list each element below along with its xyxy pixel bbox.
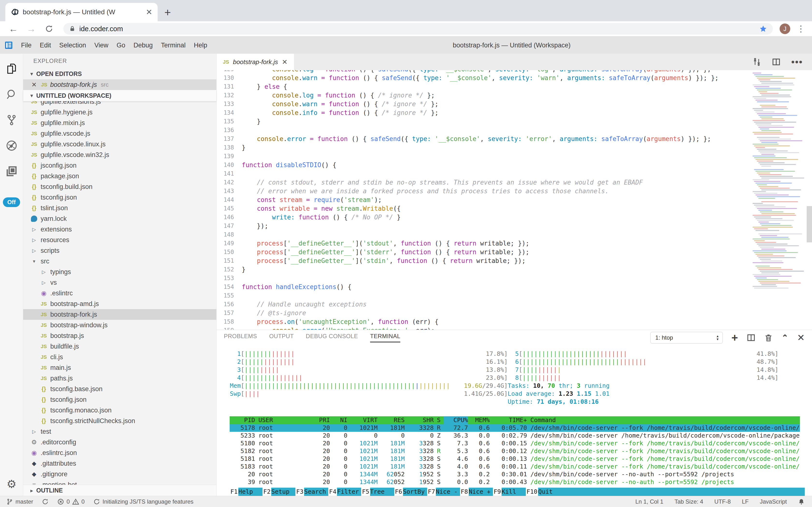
warning-icon <box>72 498 79 505</box>
tree-item-package.json[interactable]: {}package.json <box>23 171 216 181</box>
debug-disabled-icon[interactable] <box>6 140 17 152</box>
language-mode[interactable]: JavaScript <box>760 498 787 505</box>
code-line-130: 130 console.warn = function () { safeSen… <box>216 73 749 82</box>
tree-item-main.js[interactable]: JSmain.js <box>23 362 216 373</box>
extensions-icon[interactable] <box>6 165 17 177</box>
tab-terminal[interactable]: TERMINAL <box>370 333 400 342</box>
terminal-htop[interactable]: 1[|||||||||||||17.8%]2[|||||||||||||16.1… <box>216 345 812 496</box>
cursor-position[interactable]: Ln 1, Col 1 <box>635 498 663 505</box>
explorer-icon[interactable] <box>6 63 17 74</box>
avatar[interactable]: J <box>779 23 790 34</box>
menu-terminal[interactable]: Terminal <box>161 42 186 49</box>
tree-item-.mention-bot[interactable]: ≡.mention-bot <box>23 480 216 485</box>
back-icon[interactable]: ← <box>9 24 18 34</box>
tree-item-tsconfig.json[interactable]: {}tsconfig.json <box>23 192 216 203</box>
json-file-icon: {} <box>32 173 37 179</box>
menu-view[interactable]: View <box>94 42 108 49</box>
search-icon[interactable] <box>6 89 17 100</box>
new-terminal-icon[interactable]: + <box>732 333 738 342</box>
tree-item-gulpfile.vscode.linux.js[interactable]: JSgulpfile.vscode.linux.js <box>23 139 216 150</box>
code-editor[interactable]: 129 console.log = function () { safeSend… <box>216 70 812 330</box>
status-badge[interactable]: Off <box>3 198 20 207</box>
tree-item-tslint.json[interactable]: {}tslint.json <box>23 203 216 213</box>
editor-scrollbar[interactable] <box>807 206 812 242</box>
menu-go[interactable]: Go <box>117 42 125 49</box>
tree-item-.gitattributes[interactable]: ◆.gitattributes <box>23 458 216 469</box>
tree-item-tsconfig.strictNullChecks.json[interactable]: {}tsconfig.strictNullChecks.json <box>23 415 216 426</box>
js-file-icon: JS <box>41 343 47 349</box>
browser-tab[interactable]: bootstrap-fork.js — Untitled (W ✕ <box>5 3 158 21</box>
menu-file[interactable]: File <box>21 42 32 49</box>
tree-item-.gitignore[interactable]: ◆.gitignore <box>23 469 216 480</box>
split-editor-icon[interactable] <box>772 58 780 66</box>
open-editors-header[interactable]: ▾ OPEN EDITORS <box>23 68 216 79</box>
eol[interactable]: LF <box>742 498 749 505</box>
settings-gear-icon[interactable]: ⚙ <box>6 477 16 491</box>
notifications-bell-icon[interactable] <box>798 498 805 505</box>
tree-item-bootstrap-amd.js[interactable]: JSbootstrap-amd.js <box>23 298 216 309</box>
tab-close-icon[interactable]: ✕ <box>146 7 152 17</box>
reload-icon[interactable] <box>45 24 54 34</box>
sync-button[interactable] <box>42 498 49 505</box>
new-tab-button[interactable]: + <box>165 7 171 18</box>
tree-item-paths.js[interactable]: JSpaths.js <box>23 373 216 384</box>
problems-indicator[interactable]: 0 0 <box>57 498 84 505</box>
tree-item-jsconfig.json[interactable]: {}jsconfig.json <box>23 160 216 171</box>
browser-menu-icon[interactable]: ⋮ <box>797 24 805 34</box>
editor-tab[interactable]: JS bootstrap-fork.js ✕ <box>216 54 294 70</box>
tree-item-bootstrap.js[interactable]: JSbootstrap.js <box>23 330 216 341</box>
tree-item-vs[interactable]: ▷vs <box>23 277 216 288</box>
source-control-icon[interactable] <box>6 114 17 126</box>
sync-changes-icon[interactable] <box>753 58 761 66</box>
tree-item-tsconfig.json[interactable]: {}tsconfig.json <box>23 394 216 405</box>
maximize-panel-icon[interactable]: ⌃ <box>782 333 789 342</box>
tree-item-src[interactable]: ▾src <box>23 256 216 267</box>
tree-item-resources[interactable]: ▷resources <box>23 235 216 245</box>
tab-size[interactable]: Tab Size: 4 <box>675 498 703 505</box>
open-editor-item[interactable]: ✕ JS bootstrap-fork.js src <box>23 79 216 90</box>
menu-edit[interactable]: Edit <box>40 42 51 49</box>
tree-item-.eslintrc[interactable]: ◉.eslintrc <box>23 288 216 298</box>
close-panel-icon[interactable]: ✕ <box>797 332 805 343</box>
tree-item-gulpfile.extensions.js[interactable]: JSgulpfile.extensions.js <box>23 101 216 107</box>
tree-item-.eslintrc.json[interactable]: ◉.eslintrc.json <box>23 448 216 458</box>
tree-item-bootstrap-fork.js[interactable]: JSbootstrap-fork.js <box>23 309 216 320</box>
tree-item-.editorconfig[interactable]: ⚙.editorconfig <box>23 437 216 448</box>
tree-item-scripts[interactable]: ▷scripts <box>23 245 216 256</box>
close-icon[interactable]: ✕ <box>32 81 37 89</box>
tree-item-test[interactable]: ▷test <box>23 426 216 437</box>
tab-output[interactable]: OUTPUT <box>269 333 294 342</box>
tree-item-buildfile.js[interactable]: JSbuildfile.js <box>23 341 216 352</box>
tree-item-cli.js[interactable]: JScli.js <box>23 352 216 362</box>
menu-help[interactable]: Help <box>194 42 207 49</box>
tree-item-tsconfig.base.json[interactable]: {}tsconfig.base.json <box>23 384 216 394</box>
close-icon[interactable]: ✕ <box>282 58 288 66</box>
terminal-select[interactable]: 1: htop ▲▼ <box>650 332 723 343</box>
url-bar[interactable]: ide.coder.com <box>63 23 773 35</box>
tree-item-tsconfig.build.json[interactable]: {}tsconfig.build.json <box>23 181 216 192</box>
tree-item-gulpfile.vscode.win32.js[interactable]: JSgulpfile.vscode.win32.js <box>23 150 216 160</box>
outline-header[interactable]: ▸ OUTLINE <box>23 485 216 496</box>
tree-item-gulpfile.vscode.js[interactable]: JSgulpfile.vscode.js <box>23 128 216 139</box>
tree-item-extensions[interactable]: ▷extensions <box>23 224 216 235</box>
tree-item-yarn.lock[interactable]: yarn.lock <box>23 213 216 224</box>
workspace-header[interactable]: ▾ UNTITLED (WORKSPACE) <box>23 90 216 101</box>
menu-selection[interactable]: Selection <box>59 42 86 49</box>
tab-debug-console[interactable]: DEBUG CONSOLE <box>306 333 358 342</box>
kill-terminal-trash-icon[interactable] <box>764 333 773 342</box>
menu-debug[interactable]: Debug <box>133 42 153 49</box>
tree-item-gulpfile.hygiene.js[interactable]: JSgulpfile.hygiene.js <box>23 107 216 118</box>
tree-item-typings[interactable]: ▷typings <box>23 267 216 277</box>
forward-icon[interactable]: → <box>26 24 36 34</box>
git-branch-indicator[interactable]: master <box>6 498 33 505</box>
tree-item-gulpfile.mixin.js[interactable]: JSgulpfile.mixin.js <box>23 118 216 128</box>
tree-item-tsconfig.monaco.json[interactable]: {}tsconfig.monaco.json <box>23 405 216 415</box>
bookmark-star-icon[interactable] <box>759 25 767 33</box>
more-actions-icon[interactable]: ••• <box>791 57 803 67</box>
split-terminal-icon[interactable] <box>747 333 755 342</box>
encoding[interactable]: UTF-8 <box>714 498 731 505</box>
tree-item-bootstrap-window.js[interactable]: JSbootstrap-window.js <box>23 320 216 330</box>
tab-problems[interactable]: PROBLEMS <box>224 333 257 342</box>
minimap[interactable] <box>749 70 812 330</box>
js-file-icon: JS <box>31 101 37 105</box>
